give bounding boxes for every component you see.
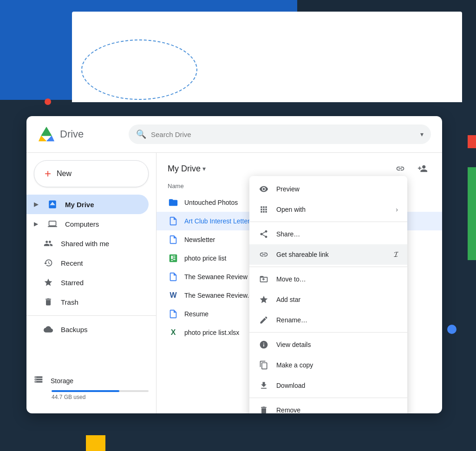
drive-body: + New ▶ My Drive ▶ Computers [26,153,442,413]
drive-logo-text: Drive [60,128,84,140]
sidebar-item-computers[interactable]: ▶ Computers [26,214,149,234]
link-icon [259,249,269,260]
context-menu: Preview Open with › Share… [249,176,407,413]
open-with-icon [259,204,269,215]
context-menu-item-open-with[interactable]: Open with › [249,199,407,220]
context-menu-item-add-star[interactable]: Add star [249,289,407,310]
backups-icon [43,324,53,334]
sidebar-label-backups: Backups [61,326,88,333]
sidebar-label-trash: Trash [61,298,78,306]
file-column-name: Name [168,183,184,190]
folder-icon [168,197,179,208]
doc-icon [168,271,179,282]
header-actions [392,160,431,177]
red-rect [468,135,476,148]
sidebar-item-starred[interactable]: Starred [26,273,149,292]
sidebar-label-computers: Computers [65,220,99,228]
menu-divider [249,222,407,222]
search-input[interactable] [151,131,416,138]
breadcrumb: My Drive ▾ [168,164,206,174]
context-menu-item-preview[interactable]: Preview [249,179,407,199]
storage-label: Storage [34,375,149,386]
trash-icon [43,297,53,307]
preview-label: Preview [276,185,398,193]
drive-window: Drive 🔍 ▾ + New ▶ My Drive [26,116,442,413]
excel-icon: X [168,327,179,338]
sheets-icon [168,253,179,264]
storage-bar-bg [52,390,149,392]
starred-icon [43,277,53,288]
red-dot [45,98,51,105]
context-menu-item-rename[interactable]: Rename… [249,310,407,330]
rename-icon [259,315,269,325]
shared-icon [43,238,53,248]
word-icon: W [168,290,179,301]
storage-text: Storage [51,377,73,385]
sidebar-item-recent[interactable]: Recent [26,253,149,273]
search-dropdown-icon[interactable]: ▾ [420,131,424,138]
get-link-button[interactable] [392,160,409,177]
search-bar[interactable]: 🔍 ▾ [129,124,431,144]
drive-logo: Drive [38,125,121,143]
storage-used-text: 44.7 GB used [52,394,149,400]
make-copy-icon [259,360,269,370]
sidebar-label-my-drive: My Drive [65,201,94,209]
context-menu-item-share[interactable]: Share… [249,224,407,244]
drive-header: Drive 🔍 ▾ [26,116,442,153]
computers-icon [47,219,58,229]
make-copy-label: Make a copy [276,361,398,369]
dashed-circle [81,39,197,100]
yellow-rect [86,435,105,451]
computers-chevron-icon: ▶ [34,221,38,227]
menu-divider-4 [249,398,407,398]
context-menu-item-make-copy[interactable]: Make a copy [249,355,407,375]
add-star-icon [259,294,269,305]
sidebar-label-shared: Shared with me [61,240,109,248]
remove-label: Remove [276,406,398,413]
move-to-icon [259,274,269,284]
sidebar-item-backups[interactable]: Backups [26,320,149,339]
download-label: Download [276,382,398,389]
sidebar-item-trash[interactable]: Trash [26,292,149,312]
move-to-label: Move to… [276,275,398,283]
share-icon [259,229,269,239]
sidebar-label-starred: Starred [61,279,84,287]
context-menu-item-view-details[interactable]: View details [249,334,407,355]
my-drive-icon [47,199,58,209]
context-menu-item-get-link[interactable]: Get shareable link 𝓘 [249,244,407,265]
context-menu-item-remove[interactable]: Remove [249,400,407,413]
download-icon [259,380,269,391]
new-button-label: New [57,170,72,178]
drive-logo-icon [38,125,55,143]
sidebar-divider [26,315,156,316]
view-details-label: View details [276,341,398,348]
breadcrumb-title: My Drive [168,164,201,174]
get-link-label: Get shareable link [276,251,385,258]
storage-section: Storage 44.7 GB used [26,369,156,406]
recent-icon [43,258,53,268]
doc-icon [168,234,179,245]
sidebar: + New ▶ My Drive ▶ Computers [26,153,156,413]
new-plus-icon: + [45,168,51,179]
open-with-chevron-icon: › [396,206,398,213]
share-label: Share… [276,230,398,238]
context-menu-item-download[interactable]: Download [249,375,407,396]
sidebar-item-shared[interactable]: Shared with me [26,234,149,253]
doc-icon [168,216,179,227]
new-button[interactable]: + New [34,160,149,187]
open-with-label: Open with [276,206,388,213]
remove-icon [259,405,269,413]
add-person-button[interactable] [414,160,431,177]
menu-divider-3 [249,332,407,333]
preview-icon [259,184,269,194]
menu-divider-2 [249,267,407,267]
view-details-icon [259,340,269,350]
blue-dot [447,325,456,334]
sidebar-item-my-drive[interactable]: ▶ My Drive [26,195,149,214]
breadcrumb-dropdown-icon[interactable]: ▾ [202,165,206,172]
green-rect [468,167,476,260]
context-menu-item-move-to[interactable]: Move to… [249,269,407,289]
storage-bar-fill [52,390,119,392]
my-drive-chevron-icon: ▶ [34,201,38,208]
sidebar-label-recent: Recent [61,259,83,267]
